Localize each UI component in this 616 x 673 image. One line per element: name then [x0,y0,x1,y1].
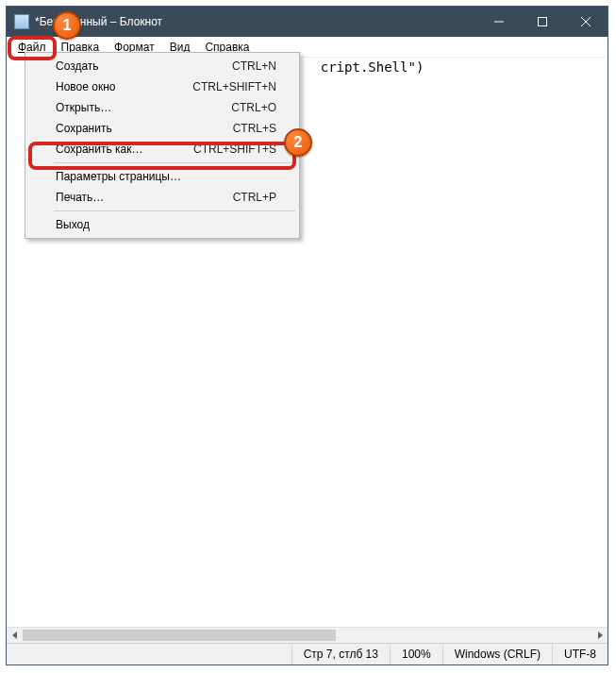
svg-marker-4 [12,631,17,639]
scroll-right-button[interactable] [591,628,608,643]
annotation-badge-2: 2 [284,128,312,157]
maximize-button[interactable] [521,7,564,37]
annotation-badge-1: 1 [53,11,81,40]
titlebar[interactable]: *Безымянный – Блокнот [7,7,608,37]
status-encoding: UTF-8 [552,644,608,665]
svg-rect-1 [539,18,547,26]
horizontal-scrollbar[interactable] [7,627,608,643]
svg-marker-5 [598,631,603,639]
window-title: *Безымянный – Блокнот [35,15,477,28]
status-zoom: 100% [390,644,442,665]
file-dropdown-menu: Создать CTRL+N Новое окно CTRL+SHIFT+N О… [25,52,300,239]
menu-item-page-setup[interactable]: Параметры страницы… [27,166,297,187]
close-button[interactable] [564,7,608,37]
menu-item-new-window[interactable]: Новое окно CTRL+SHIFT+N [27,76,297,97]
status-position: Стр 7, стлб 13 [291,644,390,665]
window-controls [477,7,608,37]
menu-item-save[interactable]: Сохранить CTRL+S [27,118,297,139]
scroll-track[interactable] [23,628,591,643]
menu-separator [54,162,295,163]
notepad-icon [14,14,29,29]
menu-item-new[interactable]: Создать CTRL+N [27,56,297,76]
menu-item-open[interactable]: Открыть… CTRL+O [27,97,297,118]
scroll-left-button[interactable] [7,628,23,643]
minimize-button[interactable] [477,7,521,37]
menu-item-print[interactable]: Печать… CTRL+P [27,187,297,208]
status-line-ending: Windows (CRLF) [442,644,552,665]
statusbar: Стр 7, стлб 13 100% Windows (CRLF) UTF-8 [7,643,608,665]
scroll-thumb[interactable] [23,630,336,641]
menu-separator [54,210,295,211]
menu-item-exit[interactable]: Выход [27,214,297,235]
menu-item-save-as[interactable]: Сохранить как… CTRL+SHIFT+S [27,139,297,160]
status-spacer [7,644,291,665]
